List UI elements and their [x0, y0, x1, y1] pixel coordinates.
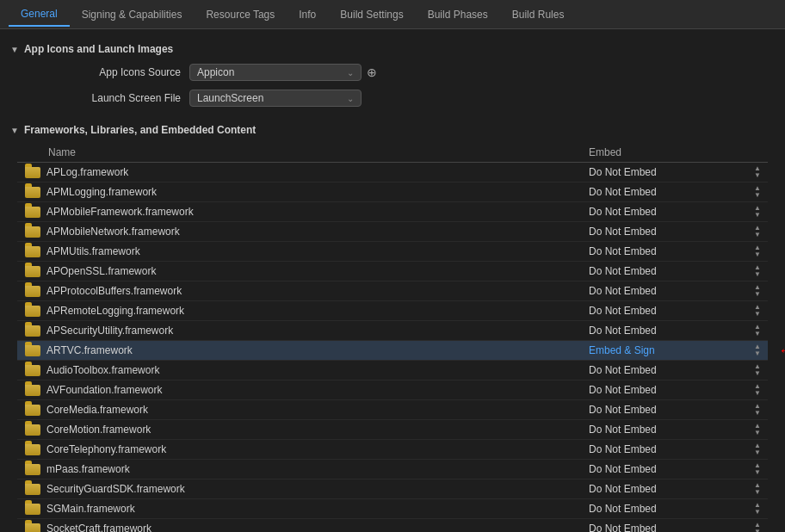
embed-stepper[interactable]: ▲▼ [754, 244, 761, 258]
framework-name: mPaas.framework [46, 463, 589, 475]
framework-rows-container: APLog.frameworkDo Not Embed▲▼APMLogging.… [17, 163, 768, 532]
framework-name: CoreTelephony.framework [46, 443, 589, 455]
embed-stepper[interactable]: ▲▼ [754, 304, 761, 318]
embed-dropdown[interactable]: Do Not Embed▲▼ [589, 383, 761, 397]
table-row[interactable]: SocketCraft.frameworkDo Not Embed▲▼ [17, 519, 768, 532]
embed-stepper[interactable]: ▲▼ [754, 264, 761, 278]
table-row[interactable]: APSecurityUtility.frameworkDo Not Embed▲… [17, 321, 768, 341]
table-row[interactable]: AVFoundation.frameworkDo Not Embed▲▼ [17, 380, 768, 400]
tab-general[interactable]: General [9, 3, 70, 27]
table-row[interactable]: CoreTelephony.frameworkDo Not Embed▲▼ [17, 440, 768, 460]
folder-icon [24, 304, 41, 318]
app-icons-section-header[interactable]: ▼ App Icons and Launch Images [0, 40, 785, 59]
embed-stepper[interactable]: ▲▼ [754, 324, 761, 337]
tab-resource-tags[interactable]: Resource Tags [194, 3, 287, 26]
tab-build-rules[interactable]: Build Rules [500, 3, 577, 26]
folder-icon [24, 284, 41, 298]
table-row[interactable]: APMUtils.frameworkDo Not Embed▲▼ [17, 242, 768, 262]
frameworks-section-header[interactable]: ▼ Frameworks, Libraries, and Embedded Co… [0, 121, 785, 139]
embed-value: Do Not Embed [589, 285, 657, 297]
table-row[interactable]: SecurityGuardSDK.frameworkDo Not Embed▲▼ [17, 479, 768, 499]
folder-icon [24, 423, 41, 436]
embed-dropdown[interactable]: Do Not Embed▲▼ [589, 264, 761, 278]
embed-dropdown[interactable]: Do Not Embed▲▼ [589, 403, 761, 417]
section-triangle-icon: ▼ [10, 126, 19, 135]
embed-dropdown[interactable]: Do Not Embed▲▼ [589, 363, 761, 377]
embed-dropdown[interactable]: Do Not Embed▲▼ [589, 324, 761, 337]
embed-value: Do Not Embed [589, 186, 657, 198]
embed-value: Do Not Embed [589, 305, 657, 317]
add-app-icon-button[interactable]: ⊕ [367, 65, 377, 79]
embed-value: Do Not Embed [589, 226, 657, 238]
app-icons-label: App Icons Source [52, 66, 189, 78]
app-icons-dropdown[interactable]: Appicon ⌄ [189, 64, 362, 81]
embed-dropdown[interactable]: Do Not Embed▲▼ [589, 442, 761, 456]
embed-stepper[interactable]: ▲▼ [754, 482, 761, 496]
embed-value: Do Not Embed [589, 483, 657, 495]
embed-stepper[interactable]: ▲▼ [754, 205, 761, 219]
embed-dropdown[interactable]: Do Not Embed▲▼ [589, 462, 761, 476]
app-icons-section-title: App Icons and Launch Images [24, 43, 173, 55]
tab-signing[interactable]: Signing & Capabilities [70, 3, 195, 26]
embed-stepper[interactable]: ▲▼ [754, 165, 761, 179]
embed-stepper[interactable]: ▲▼ [754, 383, 761, 397]
embed-dropdown[interactable]: Do Not Embed▲▼ [589, 225, 761, 238]
framework-name: APOpenSSL.framework [46, 265, 589, 277]
embed-dropdown[interactable]: Do Not Embed▲▼ [589, 304, 761, 318]
table-row[interactable]: CoreMotion.frameworkDo Not Embed▲▼ [17, 420, 768, 440]
table-row[interactable]: AudioToolbox.frameworkDo Not Embed▲▼ [17, 361, 768, 380]
launch-screen-dropdown[interactable]: LaunchScreen ⌄ [189, 90, 362, 107]
table-row[interactable]: CoreMedia.frameworkDo Not Embed▲▼ [17, 400, 768, 420]
table-row[interactable]: APMLogging.frameworkDo Not Embed▲▼ [17, 182, 768, 202]
embed-dropdown[interactable]: Do Not Embed▲▼ [589, 185, 761, 199]
tab-bar: General Signing & Capabilities Resource … [0, 0, 785, 29]
embed-stepper[interactable]: ▲▼ [754, 522, 761, 532]
embed-stepper[interactable]: ▲▼ [754, 343, 761, 357]
embed-stepper[interactable]: ▲▼ [754, 442, 761, 456]
framework-name: CoreMedia.framework [46, 404, 589, 416]
table-row[interactable]: APLog.frameworkDo Not Embed▲▼ [17, 163, 768, 182]
tab-build-phases[interactable]: Build Phases [416, 3, 500, 26]
table-row[interactable]: APOpenSSL.frameworkDo Not Embed▲▼ [17, 262, 768, 281]
embed-value: Embed & Sign [589, 344, 655, 356]
embed-value: Do Not Embed [589, 364, 657, 376]
embed-value: Do Not Embed [589, 404, 657, 416]
table-row[interactable]: APMobileFramework.frameworkDo Not Embed▲… [17, 202, 768, 222]
embed-dropdown[interactable]: Do Not Embed▲▼ [589, 205, 761, 219]
embed-dropdown[interactable]: Do Not Embed▲▼ [589, 522, 761, 532]
content-area: ▼ App Icons and Launch Images App Icons … [0, 29, 785, 532]
embed-stepper[interactable]: ▲▼ [754, 284, 761, 298]
table-row[interactable]: mPaas.frameworkDo Not Embed▲▼ [17, 460, 768, 479]
framework-name: AudioToolbox.framework [46, 364, 589, 376]
framework-name: APMLogging.framework [46, 186, 589, 198]
table-row[interactable]: SGMain.frameworkDo Not Embed▲▼ [17, 499, 768, 519]
embed-stepper[interactable]: ▲▼ [754, 403, 761, 417]
embed-dropdown[interactable]: Do Not Embed▲▼ [589, 482, 761, 496]
folder-icon [24, 403, 41, 417]
embed-dropdown[interactable]: Do Not Embed▲▼ [589, 423, 761, 436]
tab-info[interactable]: Info [287, 3, 328, 26]
folder-icon [24, 383, 41, 397]
embed-dropdown[interactable]: Do Not Embed▲▼ [589, 165, 761, 179]
embed-stepper[interactable]: ▲▼ [754, 185, 761, 199]
launch-screen-row: Launch Screen File LaunchScreen ⌄ [0, 86, 785, 110]
table-row[interactable]: APProtocolBuffers.frameworkDo Not Embed▲… [17, 281, 768, 301]
embed-value: Do Not Embed [589, 523, 657, 532]
embed-dropdown[interactable]: Embed & Sign▲▼ [589, 343, 761, 357]
embed-stepper[interactable]: ▲▼ [754, 502, 761, 516]
embed-value: Do Not Embed [589, 384, 657, 396]
embed-stepper[interactable]: ▲▼ [754, 462, 761, 476]
table-row[interactable]: APMobileNetwork.frameworkDo Not Embed▲▼ [17, 222, 768, 242]
embed-dropdown[interactable]: Do Not Embed▲▼ [589, 502, 761, 516]
framework-name: AVFoundation.framework [46, 384, 589, 396]
table-row[interactable]: ARTVC.frameworkEmbed & Sign▲▼← [17, 341, 768, 361]
tab-build-settings[interactable]: Build Settings [328, 3, 415, 26]
embed-dropdown[interactable]: Do Not Embed▲▼ [589, 284, 761, 298]
embed-stepper[interactable]: ▲▼ [754, 363, 761, 377]
embed-stepper[interactable]: ▲▼ [754, 225, 761, 238]
embed-stepper[interactable]: ▲▼ [754, 423, 761, 436]
embed-dropdown[interactable]: Do Not Embed▲▼ [589, 244, 761, 258]
frameworks-table: Name Embed APLog.frameworkDo Not Embed▲▼… [17, 143, 768, 532]
table-row[interactable]: APRemoteLogging.frameworkDo Not Embed▲▼ [17, 301, 768, 321]
framework-name: SGMain.framework [46, 503, 589, 515]
